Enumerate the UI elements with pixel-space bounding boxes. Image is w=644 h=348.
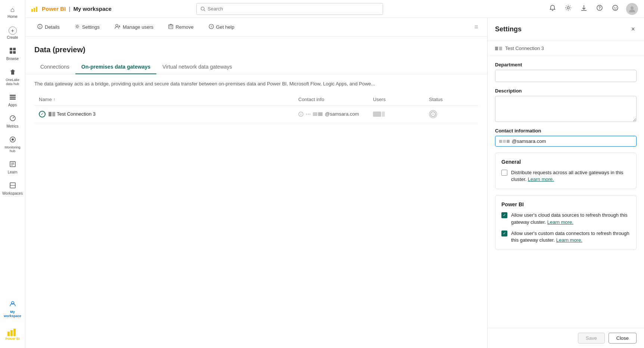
get-help-icon: ? [209, 24, 214, 30]
gateway-icon [49, 112, 55, 116]
avatar[interactable] [626, 3, 638, 15]
sidebar-item-create[interactable]: + Create [0, 23, 25, 43]
general-checkbox-label: Distribute requests across all active ga… [511, 169, 630, 183]
toolbar-details[interactable]: Details [34, 22, 63, 32]
svg-point-31 [614, 7, 615, 8]
svg-line-24 [204, 10, 205, 11]
contact-input-wrapper: @samsara.com [495, 136, 637, 147]
my-workspace-icon [9, 301, 16, 309]
toolbar-settings[interactable]: Settings [72, 22, 103, 32]
sidebar-item-browse[interactable]: Browse [0, 44, 25, 64]
sidebar-item-label: Workspaces [2, 191, 23, 196]
contact-icon-group [499, 140, 510, 143]
toolbar-get-help[interactable]: ? Get help [206, 22, 237, 32]
search-icon [200, 6, 205, 12]
status-ring-icon [429, 110, 437, 118]
row-users-cell [373, 112, 429, 117]
help-icon[interactable]: ? [595, 3, 604, 15]
department-input[interactable] [495, 70, 637, 82]
powerbi-logo [7, 327, 18, 336]
panel-subtitle: Test Connection 3 [488, 41, 644, 56]
row-name-cell: ✓ Test Connection 3 [39, 111, 298, 117]
brand: Power BI | My workspace [31, 6, 112, 12]
tab-on-premises[interactable]: On-premises data gateways [75, 60, 156, 74]
sidebar-item-learn[interactable]: Learn [0, 158, 25, 178]
sidebar: ⌂ Home + Create Browse OneLakedata hub A… [0, 0, 25, 348]
close-button[interactable]: Close [609, 333, 637, 344]
search-bar[interactable] [196, 3, 383, 15]
powerbi-checkbox-1[interactable]: ✓ [501, 212, 507, 218]
topbar: Power BI | My workspace ? [25, 0, 644, 18]
contact-value: @samsara.com [512, 138, 546, 144]
search-input[interactable] [208, 6, 379, 12]
sidebar-item-label: Metrics [6, 124, 18, 129]
tabs: Connections On-premises data gateways Vi… [25, 60, 487, 74]
toolbar-manage-users[interactable]: Manage users [112, 22, 156, 32]
table-row[interactable]: ✓ Test Connection 3 ··· [34, 106, 478, 123]
table-header: Name ↑ Contact info Users Status [34, 94, 478, 106]
sidebar-item-home[interactable]: ⌂ Home [0, 3, 25, 22]
description-field-group: Description [495, 88, 637, 122]
workspace-label: My workspace [73, 6, 112, 12]
panel-close-button[interactable]: × [629, 24, 637, 35]
svg-rect-5 [10, 97, 16, 98]
row-status-cell [429, 110, 474, 118]
powerbi-checkbox-2[interactable]: ✓ [501, 231, 507, 236]
sidebar-item-onelake[interactable]: OneLakedata hub [0, 66, 25, 89]
user-avatar-2 [382, 112, 385, 117]
department-field-group: Department [495, 62, 637, 82]
topbar-actions: ? [548, 3, 638, 15]
svg-point-33 [631, 6, 634, 9]
svg-point-25 [567, 7, 569, 9]
row-name: Test Connection 3 [57, 111, 96, 117]
contact-label: Contact information [495, 128, 637, 134]
save-button[interactable]: Save [578, 333, 605, 344]
status-checkmark-icon: ✓ [39, 111, 46, 117]
bell-icon[interactable] [548, 3, 557, 15]
page-header: Data (preview) [25, 37, 487, 60]
toolbar-remove[interactable]: Remove [165, 22, 196, 32]
powerbi-learn-more-2[interactable]: Learn more. [556, 237, 582, 243]
svg-rect-20 [31, 9, 33, 12]
tab-virtual-network[interactable]: Virtual network data gateways [156, 60, 238, 74]
powerbi-checkbox-row-2: ✓ Allow user's custom data connectors to… [501, 230, 630, 244]
svg-rect-22 [36, 7, 37, 12]
user-avatar-1 [373, 112, 381, 117]
settings-toolbar-label: Settings [82, 24, 100, 30]
general-learn-more[interactable]: Learn more. [528, 176, 554, 182]
toolbar-overflow[interactable]: ≡ [474, 23, 478, 31]
download-icon[interactable] [579, 3, 589, 15]
metrics-icon [9, 115, 16, 123]
sidebar-item-workspaces[interactable]: Workspaces [0, 179, 25, 199]
more-options-icon[interactable]: ··· [306, 111, 311, 117]
contact-field-group: Contact information @samsara.com [495, 128, 637, 147]
row-contact-cell: ··· @samsara.com [298, 111, 373, 117]
powerbi-learn-more-1[interactable]: Learn more. [547, 219, 573, 225]
settings-panel: Settings × Test Connection 3 Department [487, 18, 644, 348]
tab-connections[interactable]: Connections [34, 60, 75, 74]
sidebar-item-metrics[interactable]: Metrics [0, 112, 25, 132]
sidebar-item-apps[interactable]: Apps [0, 91, 25, 110]
general-checkbox-row: Distribute requests across all active ga… [501, 169, 630, 183]
details-label: Details [45, 24, 60, 30]
col-status: Status [429, 97, 474, 102]
info-icon [298, 112, 304, 117]
monitoring-icon [9, 136, 16, 145]
sidebar-item-monitoring[interactable]: Monitoringhub [0, 133, 25, 157]
settings-icon[interactable] [563, 3, 573, 15]
contact-input-display[interactable]: @samsara.com [495, 136, 637, 147]
get-help-label: Get help [216, 24, 234, 30]
powerbi-checkbox-2-text: Allow user's custom data connectors to r… [511, 230, 630, 244]
main-area: Power BI | My workspace ? [25, 0, 644, 348]
description-text: The data gateway acts as a bridge, provi… [25, 74, 487, 94]
panel-subtitle-text: Test Connection 3 [505, 46, 544, 51]
general-checkbox[interactable] [501, 170, 507, 176]
home-icon: ⌂ [10, 6, 15, 14]
contact-avatar [313, 112, 323, 116]
feedback-icon[interactable] [610, 3, 620, 15]
svg-point-9 [12, 138, 14, 141]
svg-rect-40 [169, 25, 173, 29]
sidebar-item-my-workspace[interactable]: Myworkspace [0, 298, 25, 321]
description-textarea[interactable] [495, 96, 637, 122]
panel-title: Settings [495, 25, 522, 33]
